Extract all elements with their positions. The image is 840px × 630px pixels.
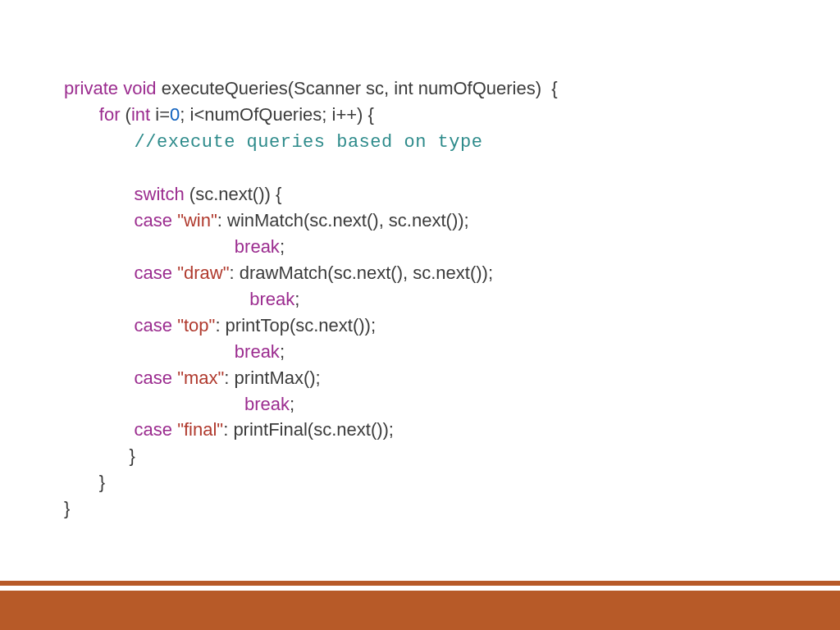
line-3: //execute queries based on type (64, 130, 482, 151)
l12-rest: : printMax(); (224, 368, 320, 388)
l2-ieq: i= (150, 104, 170, 125)
kw-private: private (64, 78, 118, 98)
line-7: break; (64, 236, 285, 257)
l5-rest: (sc.next()) { (185, 184, 282, 204)
line-4-blank (64, 158, 69, 179)
comment: //execute queries based on type (135, 132, 483, 153)
line-13: break; (64, 394, 294, 414)
accent-stripe-thick (0, 591, 840, 630)
kw-break: break (244, 394, 290, 414)
kw-break: break (249, 289, 294, 309)
line-8: case "draw": drawMatch(sc.next(), sc.nex… (64, 262, 493, 283)
line-17: } (64, 498, 70, 518)
l1-rest: executeQueries(Scanner sc, int numOfQuer… (157, 78, 558, 98)
str-max: "max" (172, 368, 224, 388)
line-16: } (64, 472, 105, 492)
str-win: "win" (172, 210, 217, 231)
line-11: break; (64, 341, 285, 362)
str-top: "top" (172, 315, 215, 336)
l10-rest: : printTop(sc.next()); (215, 315, 376, 336)
kw-case: case (135, 262, 172, 283)
accent-stripe-thin (0, 581, 840, 586)
kw-for: for (99, 104, 121, 125)
kw-case: case (135, 419, 172, 440)
kw-case: case (135, 368, 172, 388)
l2-p1: ( (120, 104, 130, 125)
str-draw: "draw" (172, 262, 229, 283)
line-1: private void executeQueries(Scanner sc, … (64, 78, 558, 98)
brace-close-for: } (99, 472, 105, 492)
l2-rest: ; i<numOfQueries; i++) { (180, 104, 374, 125)
brace-close-method: } (64, 498, 70, 518)
brace-close-switch: } (129, 445, 135, 466)
kw-case: case (135, 315, 172, 336)
kw-break: break (235, 236, 280, 257)
l9-semi: ; (294, 289, 299, 309)
kw-break: break (235, 341, 280, 362)
code-snippet: private void executeQueries(Scanner sc, … (64, 49, 558, 522)
kw-void: void (123, 78, 156, 98)
str-final: "final" (172, 419, 223, 440)
slide: private void executeQueries(Scanner sc, … (0, 0, 840, 630)
l13-semi: ; (290, 394, 294, 414)
l8-rest: : drawMatch(sc.next(), sc.next()); (229, 262, 493, 283)
kw-case: case (135, 210, 172, 231)
l11-semi: ; (280, 341, 285, 362)
line-9: break; (64, 289, 299, 309)
line-5: switch (sc.next()) { (64, 184, 281, 204)
line-6: case "win": winMatch(sc.next(), sc.next(… (64, 210, 469, 231)
kw-int: int (131, 104, 150, 125)
line-14: case "final": printFinal(sc.next()); (64, 419, 394, 440)
l7-semi: ; (280, 236, 285, 257)
line-10: case "top": printTop(sc.next()); (64, 315, 376, 336)
l14-rest: : printFinal(sc.next()); (223, 419, 394, 440)
line-15: } (64, 445, 135, 466)
line-12: case "max": printMax(); (64, 368, 321, 388)
kw-switch: switch (135, 184, 185, 204)
l6-rest: : winMatch(sc.next(), sc.next()); (217, 210, 469, 231)
line-2: for (int i=0; i<numOfQueries; i++) { (64, 104, 374, 125)
num-zero: 0 (170, 104, 180, 125)
